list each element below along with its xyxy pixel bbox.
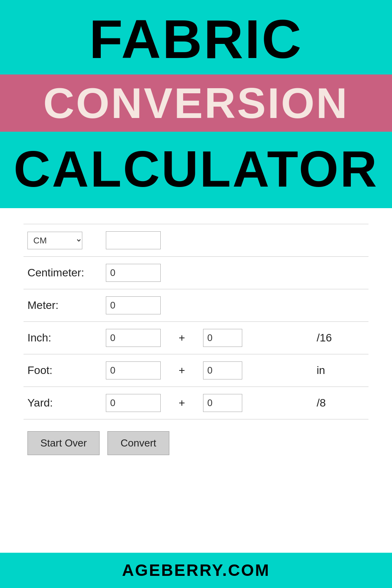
header: FABRIC CONVERSION CALCULATOR	[0, 0, 392, 208]
unit-select-cell: CM IN M FT YD	[24, 224, 102, 257]
foot-plus: +	[165, 354, 199, 387]
start-over-button[interactable]: Start Over	[27, 431, 100, 455]
yard-input[interactable]	[106, 394, 161, 412]
footer: AGEBERRY.COM	[0, 553, 392, 588]
inch-unit: /16	[313, 322, 368, 354]
inch-fraction-cell	[199, 322, 313, 354]
centimeter-input-cell	[102, 257, 165, 289]
foot-fraction-input[interactable]	[203, 361, 242, 379]
yard-input-cell	[102, 387, 165, 419]
convert-button[interactable]: Convert	[107, 431, 169, 455]
yard-row: Yard: + /8	[24, 387, 368, 419]
foot-fraction-cell	[199, 354, 313, 387]
yard-label: Yard:	[24, 387, 102, 419]
inch-plus: +	[165, 322, 199, 354]
meter-row: Meter:	[24, 289, 368, 322]
title-conversion-bar: CONVERSION	[0, 74, 392, 132]
buttons-row: Start Over Convert	[27, 431, 169, 455]
meter-label: Meter:	[24, 289, 102, 322]
inch-input[interactable]	[106, 329, 161, 347]
inch-label: Inch:	[24, 322, 102, 354]
inch-fraction-input[interactable]	[203, 329, 242, 347]
unit-select[interactable]: CM IN M FT YD	[27, 232, 82, 249]
calculator-section: CM IN M FT YD Centimeter:	[0, 208, 392, 553]
title-fabric: FABRIC	[89, 0, 303, 71]
meter-input-cell	[102, 289, 165, 322]
footer-brand: AGEBERRY.COM	[122, 561, 270, 580]
yard-fraction-cell	[199, 387, 313, 419]
foot-unit: in	[313, 354, 368, 387]
inch-row: Inch: + /16	[24, 322, 368, 354]
calc-table: CM IN M FT YD Centimeter:	[24, 224, 368, 419]
foot-label: Foot:	[24, 354, 102, 387]
foot-input-cell	[102, 354, 165, 387]
yard-unit: /8	[313, 387, 368, 419]
yard-fraction-input[interactable]	[203, 394, 242, 412]
page-wrapper: FABRIC CONVERSION CALCULATOR CM IN M FT …	[0, 0, 392, 588]
main-input[interactable]	[106, 231, 161, 249]
centimeter-input[interactable]	[106, 264, 161, 282]
title-calculator: CALCULATOR	[14, 136, 379, 208]
unit-row: CM IN M FT YD	[24, 224, 368, 257]
yard-plus: +	[165, 387, 199, 419]
title-conversion: CONVERSION	[0, 82, 392, 125]
foot-row: Foot: + in	[24, 354, 368, 387]
meter-input[interactable]	[106, 296, 161, 314]
centimeter-label: Centimeter:	[24, 257, 102, 289]
foot-input[interactable]	[106, 361, 161, 379]
main-input-cell	[102, 224, 165, 257]
centimeter-row: Centimeter:	[24, 257, 368, 289]
inch-input-cell	[102, 322, 165, 354]
